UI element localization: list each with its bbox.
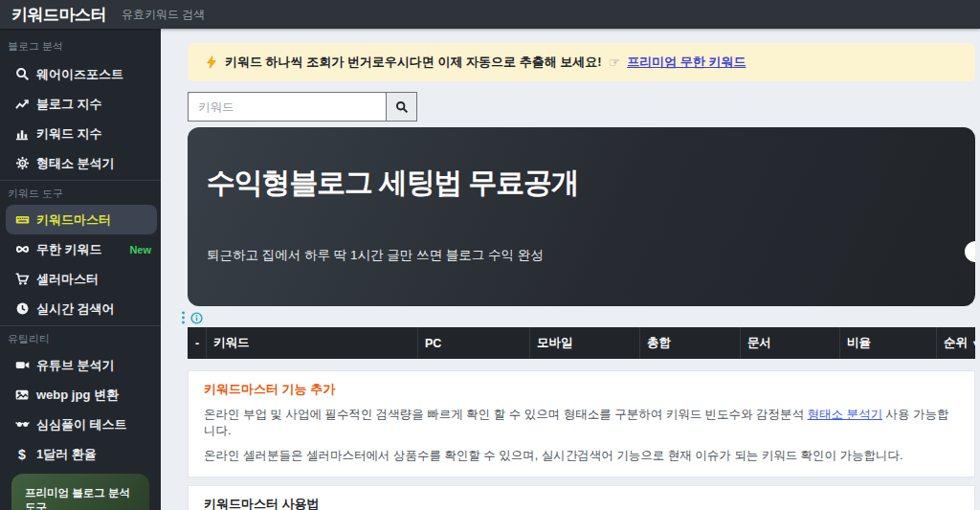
usage-card-title: 키워드마스터 사용법 <box>204 496 959 510</box>
column-header-total[interactable]: 총합 <box>639 327 740 359</box>
column-header-pc[interactable]: PC <box>417 327 529 359</box>
feature-info-card: 키워드마스터 기능 추가 온라인 부업 및 사업에 필수적인 검색량을 빠르게 … <box>188 370 975 477</box>
hero-banner[interactable]: 수익형블로그 세팅법 무료공개 퇴근하고 집에서 하루 딱 1시간 글만 쓰면 … <box>188 127 975 306</box>
keyboard-icon <box>13 212 31 228</box>
keyword-search-input[interactable] <box>188 92 387 122</box>
feature-card-paragraph-1: 온라인 부업 및 사업에 필수적인 검색량을 빠르게 확인 할 수 있으며 형태… <box>204 407 959 439</box>
sidebar-item-dollar-rate[interactable]: $ 1달러 환율 <box>0 439 161 469</box>
promo-alert-banner: 키워드 하나씩 조회가 번거로우시다면 이제 자동으로 추출해 보세요! ☞ 프… <box>188 43 975 81</box>
sidebar-item-label: 1달러 환율 <box>36 446 97 463</box>
sidebar-section-keyword-tools: 키워드 도구 <box>0 183 161 205</box>
sidebar-item-label: 심심풀이 테스트 <box>36 416 127 433</box>
line-chart-icon <box>13 97 31 112</box>
promo-label: 프리미엄 블로그 분석 도구 <box>25 486 136 510</box>
sidebar-item-infinite-keywords[interactable]: 무한 키워드 New <box>0 234 161 264</box>
sidebar-item-keyword-index[interactable]: 키워드 지수 <box>0 119 161 148</box>
column-header-keyword[interactable]: 키워드 <box>206 327 417 359</box>
top-bar-subtitle: 유효키워드 검색 <box>122 7 205 23</box>
morpheme-analyzer-link[interactable]: 형태소 분석기 <box>808 408 882 421</box>
premium-promo-card[interactable]: 프리미엄 블로그 분석 도구 블로그메트릭스 <box>11 474 149 510</box>
sidebar-item-label: 블로그 지수 <box>36 96 102 113</box>
gear-icon <box>13 156 31 171</box>
sidebar-item-whereispost[interactable]: 웨어이즈포스트 <box>0 59 161 89</box>
dollar-icon: $ <box>13 447 31 462</box>
feature-card-title: 키워드마스터 기능 추가 <box>204 381 959 398</box>
sidebar-item-keywordmaster[interactable]: 키워드마스터 <box>6 205 157 234</box>
premium-infinite-keywords-link[interactable]: 프리미엄 무한 키워드 <box>627 54 746 71</box>
top-bar: 키워드마스터 유효키워드 검색 <box>0 0 980 29</box>
results-table-header: - 키워드 PC 모바일 총합 문서 비율 순위 ▼ <box>188 327 975 359</box>
feature-card-paragraph-2: 온라인 셀러분들은 셀러마스터에서 상품수를 확인할 수 있으며, 실시간검색어… <box>204 448 959 464</box>
sidebar-item-label: 형태소 분석기 <box>36 155 115 172</box>
sidebar-item-label: 셀러마스터 <box>36 271 99 288</box>
sidebar-item-blog-index[interactable]: 블로그 지수 <box>0 89 161 119</box>
sidebar-item-webp-jpg-convert[interactable]: webp jpg 변환 <box>0 380 161 410</box>
magnifier-icon <box>395 100 409 114</box>
hero-decor-circle <box>965 241 975 262</box>
main-content: 키워드 하나씩 조회가 번거로우시다면 이제 자동으로 추출해 보세요! ☞ 프… <box>161 29 980 510</box>
app-title[interactable]: 키워드마스터 <box>11 4 106 26</box>
keyword-search-bar <box>188 92 975 122</box>
sidebar-divider <box>0 325 161 326</box>
lightning-icon <box>205 55 218 70</box>
table-tools-row <box>181 310 975 325</box>
column-header-mobile[interactable]: 모바일 <box>529 327 639 359</box>
image-icon <box>13 388 31 403</box>
sidebar-item-label: 실시간 검색어 <box>36 300 115 318</box>
sidebar-section-utilities: 유틸리티 <box>0 328 161 350</box>
column-header-docs[interactable]: 문서 <box>740 327 839 359</box>
sidebar-item-morpheme-analyzer[interactable]: 형태소 분석기 <box>0 148 161 178</box>
sidebar-item-realtime-search[interactable]: 실시간 검색어 <box>0 294 161 323</box>
sidebar-divider <box>0 180 161 181</box>
sidebar: 블로그 분석 웨어이즈포스트 블로그 지수 키워드 지수 형태소 분석기 <box>0 29 161 510</box>
sidebar-section-blog-analysis: 블로그 분석 <box>0 34 161 59</box>
usage-info-card: 키워드마스터 사용법 블로그순위는 해당 키워드가 상단에 노출된 순서로 네이… <box>188 485 975 510</box>
hero-subtitle: 퇴근하고 집에서 하루 딱 1시간 글만 쓰면 블로그 수익 완성 <box>207 247 956 264</box>
sort-desc-icon: ▼ <box>971 339 975 348</box>
sidebar-item-label: 유튜브 분석기 <box>36 357 115 374</box>
alert-text: 키워드 하나씩 조회가 번거로우시다면 이제 자동으로 추출해 보세요! <box>225 54 602 71</box>
sidebar-item-label: 키워드마스터 <box>36 211 111 229</box>
sidebar-item-label: 웨어이즈포스트 <box>36 66 123 83</box>
infinity-icon <box>13 242 31 257</box>
drag-handle-icon[interactable] <box>181 311 186 324</box>
sidebar-item-label: webp jpg 변환 <box>36 387 119 404</box>
sidebar-item-label: 키워드 지수 <box>36 125 102 143</box>
new-badge: New <box>129 244 151 255</box>
column-header-ratio[interactable]: 비율 <box>839 327 936 359</box>
sidebar-item-fun-test[interactable]: 심심풀이 테스트 <box>0 410 161 439</box>
clock-icon <box>13 301 31 317</box>
video-camera-icon <box>13 358 31 373</box>
column-header-dash: - <box>188 327 206 359</box>
sidebar-item-label: 무한 키워드 <box>36 241 102 258</box>
pointer-hand-icon: ☞ <box>609 55 621 70</box>
hero-title: 수익형블로그 세팅법 무료공개 <box>207 164 956 203</box>
sidebar-item-sellermaster[interactable]: 셀러마스터 <box>0 264 161 294</box>
bar-chart-icon <box>13 126 31 142</box>
search-icon <box>13 67 31 82</box>
search-button[interactable] <box>386 92 417 122</box>
cart-icon <box>13 272 31 287</box>
sidebar-item-youtube-analyzer[interactable]: 유튜브 분석기 <box>0 350 161 380</box>
goggles-icon <box>13 417 31 432</box>
info-icon[interactable] <box>190 312 203 324</box>
column-header-rank[interactable]: 순위 ▼ <box>936 327 975 359</box>
